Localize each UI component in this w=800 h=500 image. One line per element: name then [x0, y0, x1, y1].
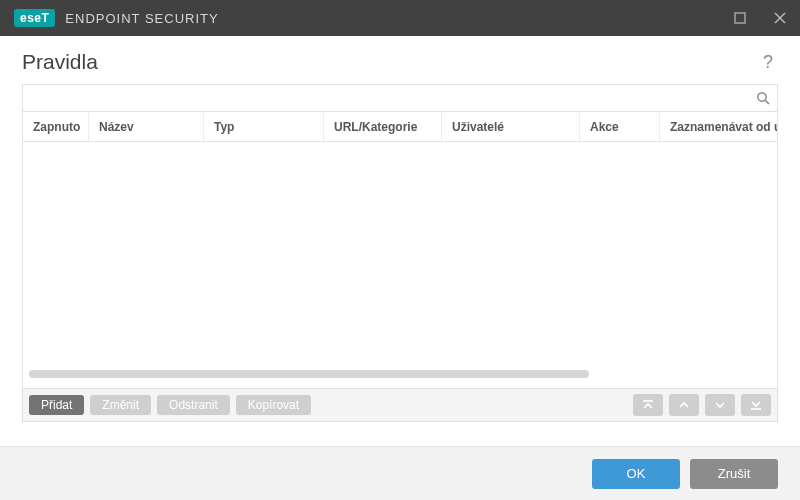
column-header-name[interactable]: Název — [89, 112, 204, 141]
window-close-button[interactable] — [760, 0, 800, 36]
column-header-action[interactable]: Akce — [580, 112, 660, 141]
rules-panel: Zapnuto Název Typ URL/Kategorie Uživatel… — [22, 84, 778, 422]
search-input[interactable] — [23, 85, 777, 111]
column-header-type[interactable]: Typ — [204, 112, 324, 141]
page-header: Pravidla ? — [0, 36, 800, 84]
table-header-row: Zapnuto Název Typ URL/Kategorie Uživatel… — [23, 112, 777, 142]
horizontal-scrollbar-thumb[interactable] — [29, 370, 589, 378]
chevron-top-icon — [641, 399, 655, 411]
column-header-log[interactable]: Zaznamenávat od ú — [660, 112, 777, 141]
ok-button[interactable]: OK — [592, 459, 680, 489]
help-button[interactable]: ? — [758, 52, 778, 73]
move-down-button — [705, 394, 735, 416]
chevron-down-icon — [713, 399, 727, 411]
svg-rect-0 — [735, 13, 745, 23]
edit-button: Změnit — [90, 395, 151, 415]
close-icon — [774, 12, 786, 24]
copy-button: Kopírovat — [236, 395, 311, 415]
column-header-users[interactable]: Uživatelé — [442, 112, 580, 141]
svg-point-3 — [758, 93, 766, 101]
table-body — [23, 142, 777, 382]
brand-product-name: ENDPOINT SECURITY — [65, 11, 218, 26]
brand-badge: eseT — [14, 9, 55, 27]
chevron-bottom-icon — [749, 399, 763, 411]
page-title: Pravidla — [22, 50, 758, 74]
svg-line-4 — [765, 100, 769, 104]
search-row — [23, 85, 777, 112]
cancel-button[interactable]: Zrušit — [690, 459, 778, 489]
rules-table: Zapnuto Název Typ URL/Kategorie Uživatel… — [23, 112, 777, 388]
chevron-up-icon — [677, 399, 691, 411]
add-button[interactable]: Přidat — [29, 395, 84, 415]
move-up-button — [669, 394, 699, 416]
delete-button: Odstranit — [157, 395, 230, 415]
column-header-enabled[interactable]: Zapnuto — [23, 112, 89, 141]
help-icon: ? — [763, 52, 773, 72]
minimize-icon — [734, 12, 746, 24]
window-minimize-button[interactable] — [720, 0, 760, 36]
column-header-url-category[interactable]: URL/Kategorie — [324, 112, 442, 141]
titlebar: eseT ENDPOINT SECURITY — [0, 0, 800, 36]
brand-badge-text: eseT — [20, 11, 49, 25]
move-top-button — [633, 394, 663, 416]
search-button[interactable] — [749, 85, 777, 111]
horizontal-scrollbar[interactable] — [29, 370, 771, 378]
dialog-footer: OK Zrušit — [0, 446, 800, 500]
move-bottom-button — [741, 394, 771, 416]
panel-action-bar: Přidat Změnit Odstranit Kopírovat — [23, 388, 777, 421]
search-icon — [756, 91, 770, 105]
